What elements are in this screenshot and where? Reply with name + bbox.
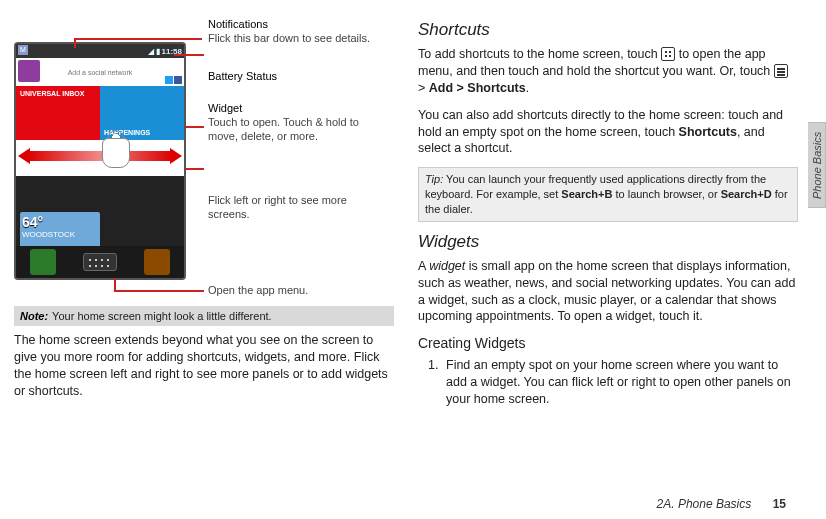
step-1: Find an empty spot on your home screen w…	[442, 357, 798, 408]
note-lead: Note:	[20, 310, 48, 322]
tip-box: Tip: You can launch your frequently used…	[418, 167, 798, 222]
app-grid-icon	[661, 47, 675, 61]
left-body-text: The home screen extends beyond what you …	[14, 332, 394, 400]
social-prompt: Add a social network	[68, 69, 133, 76]
callout-battery: Battery Status	[208, 70, 388, 84]
tile-inbox: UNIVERSAL INBOX	[16, 86, 100, 140]
app-menu-icon	[83, 253, 117, 271]
dialer-icon	[30, 249, 56, 275]
shortcuts-p1: To add shortcuts to the home screen, tou…	[418, 46, 798, 97]
menu-icon	[774, 64, 788, 78]
social-row: Add a social network	[16, 58, 184, 86]
hand-cursor-icon	[102, 130, 130, 164]
callout-widget: Widget Touch to open. Touch & hold to mo…	[208, 102, 388, 143]
heading-creating-widgets: Creating Widgets	[418, 335, 798, 351]
page-footer: 2A. Phone Basics 15	[0, 497, 826, 511]
facebook-icon	[174, 76, 182, 84]
avatar	[18, 60, 40, 82]
status-bar: M ◢ ▮ 11:58	[16, 44, 184, 58]
footer-page: 15	[773, 497, 786, 511]
callout-flick: Flick left or right to see more screens.	[208, 194, 388, 222]
battery-icon: ▮	[156, 47, 160, 56]
signal-icon: ◢	[148, 47, 154, 56]
callout-appmenu: Open the app menu.	[208, 284, 388, 298]
m-icon: M	[18, 45, 28, 55]
flick-arrows	[18, 146, 182, 166]
heading-shortcuts: Shortcuts	[418, 20, 798, 40]
shortcuts-p2: You can also add shortcuts directly to t…	[418, 107, 798, 158]
footer-section: 2A. Phone Basics	[657, 497, 752, 511]
phone-diagram: M ◢ ▮ 11:58 Add a social network UNIVERS…	[14, 18, 394, 298]
contacts-icon	[144, 249, 170, 275]
callout-notifications: Notifications Flick this bar down to see…	[208, 18, 388, 46]
weather-city: WOODSTOCK	[22, 230, 98, 239]
twitter-icon	[165, 76, 173, 84]
tip-lead: Tip:	[425, 173, 443, 185]
dock	[16, 246, 184, 278]
steps-list: Find an empty spot on your home screen w…	[442, 357, 798, 408]
note-box: Note:Your home screen might look a littl…	[14, 306, 394, 326]
heading-widgets: Widgets	[418, 232, 798, 252]
widgets-p: A widget is small app on the home screen…	[418, 258, 798, 326]
weather-temp: 64°	[22, 214, 98, 230]
note-body: Your home screen might look a little dif…	[52, 310, 272, 322]
side-tab: Phone Basics	[808, 122, 826, 208]
